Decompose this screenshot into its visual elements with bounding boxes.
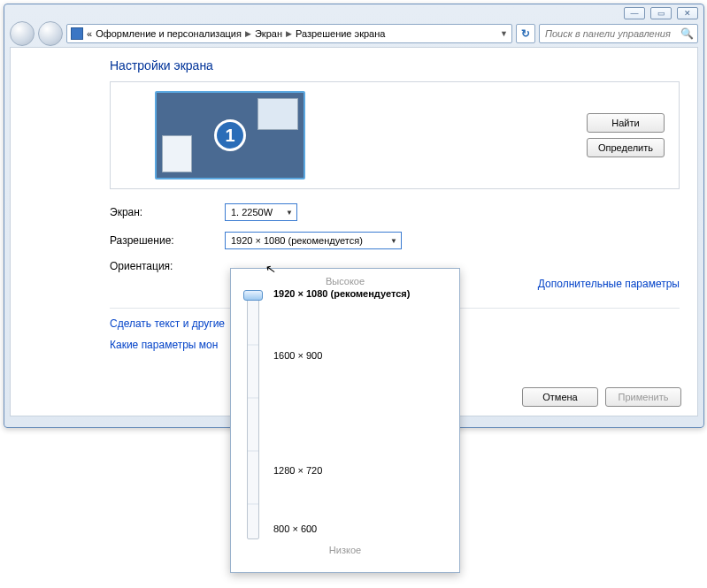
- cancel-button[interactable]: Отмена: [522, 387, 598, 407]
- refresh-button[interactable]: ↻: [516, 24, 535, 43]
- left-margin: [11, 48, 110, 416]
- find-button[interactable]: Найти: [587, 113, 665, 133]
- minimize-button[interactable]: —: [624, 7, 645, 19]
- resolution-options: 1920 × 1080 (рекомендуется) 1600 × 900 1…: [273, 288, 450, 545]
- slider-high-label: Высокое: [240, 276, 450, 286]
- resolution-option[interactable]: 1600 × 900: [273, 350, 322, 361]
- resolution-option[interactable]: 1920 × 1080 (рекомендуется): [273, 288, 410, 299]
- breadcrumb-item[interactable]: Оформление и персонализация: [96, 28, 242, 39]
- breadcrumb-prefix: «: [87, 28, 92, 39]
- resolution-label: Разрешение:: [110, 234, 225, 247]
- search-icon[interactable]: 🔍: [680, 27, 694, 40]
- back-button[interactable]: [10, 21, 35, 46]
- close-button[interactable]: ✕: [677, 7, 698, 19]
- forward-button[interactable]: [38, 21, 63, 46]
- screen-label: Экран:: [110, 206, 225, 218]
- maximize-button[interactable]: ▭: [650, 7, 672, 19]
- monitor-actions: Найти Определить: [587, 113, 665, 157]
- page-title: Настройки экрана: [110, 58, 680, 73]
- window-thumbnail-icon: [162, 135, 192, 172]
- window-thumbnail-icon: [257, 98, 298, 130]
- resolution-slider[interactable]: [247, 292, 259, 539]
- dialog-buttons: Отмена Применить: [522, 387, 681, 407]
- resolution-option[interactable]: 800 × 600: [273, 523, 317, 534]
- breadcrumb-item[interactable]: Разрешение экрана: [296, 28, 385, 39]
- control-panel-icon: [71, 27, 83, 40]
- screen-row: Экран: 1. 2250W: [110, 203, 680, 221]
- address-dropdown-icon[interactable]: ▼: [500, 29, 508, 38]
- screen-value: 1. 2250W: [231, 207, 273, 218]
- slider-thumb[interactable]: [243, 290, 263, 301]
- screen-combo[interactable]: 1. 2250W: [225, 203, 297, 221]
- orientation-label: Ориентация:: [110, 260, 225, 272]
- cursor-icon: ↖: [265, 261, 278, 277]
- chevron-right-icon: ▶: [245, 29, 251, 38]
- resolution-popup: Высокое 1920 × 1080 (рекомендуется) 1600…: [230, 268, 460, 573]
- search-bar[interactable]: 🔍: [539, 24, 698, 43]
- monitor-preview-box: 1 Найти Определить: [110, 81, 680, 189]
- resolution-combo[interactable]: 1920 × 1080 (рекомендуется): [225, 232, 402, 249]
- slider-wrap: 1920 × 1080 (рекомендуется) 1600 × 900 1…: [240, 288, 450, 545]
- search-input[interactable]: [543, 27, 680, 40]
- monitor-preview[interactable]: 1: [155, 91, 305, 179]
- monitor-number: 1: [214, 119, 246, 151]
- resolution-row: Разрешение: 1920 × 1080 (рекомендуется): [110, 232, 680, 249]
- breadcrumb-item[interactable]: Экран: [255, 28, 282, 39]
- apply-button[interactable]: Применить: [605, 387, 681, 407]
- resolution-option[interactable]: 1280 × 720: [273, 465, 322, 476]
- address-bar[interactable]: « Оформление и персонализация ▶ Экран ▶ …: [66, 24, 512, 43]
- resolution-value: 1920 × 1080 (рекомендуется): [231, 235, 363, 246]
- toolbar: « Оформление и персонализация ▶ Экран ▶ …: [4, 20, 703, 47]
- title-bar: — ▭ ✕: [4, 4, 703, 20]
- identify-button[interactable]: Определить: [587, 138, 665, 157]
- chevron-right-icon: ▶: [286, 29, 292, 38]
- slider-low-label: Низкое: [240, 545, 450, 555]
